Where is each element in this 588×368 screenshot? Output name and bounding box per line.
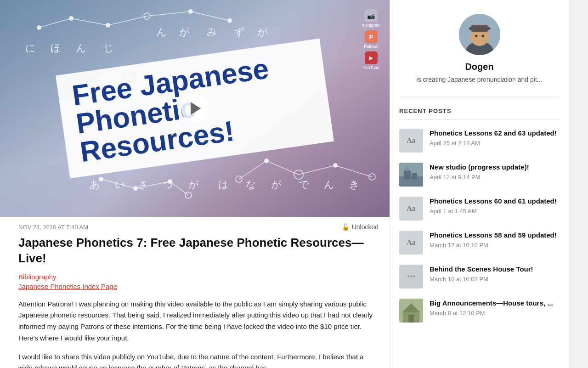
post-thumb-1: Aa [399,129,423,153]
recent-post-item-1[interactable]: Aa Phonetics Lessons 62 and 63 updated! … [399,129,560,153]
svg-rect-38 [404,171,411,179]
author-section: Dogen is creating Japanese pronunciation… [399,14,560,96]
jp-char-9: が [257,25,268,39]
jp-char-b4: つ [163,178,174,192]
jp-char-b8: が [271,178,282,192]
recent-post-date-1: April 25 at 2:18 AM [430,140,560,147]
post-thumb-4: Aa [399,231,423,255]
body-paragraph-2: I would like to share this video publicl… [18,351,379,368]
recent-post-title-3: Phonetics Lessons 60 and 61 updated! [430,197,560,206]
unlocked-label: Unlocked [352,223,379,231]
jp-char-b11: き [349,178,360,192]
recent-post-item-5[interactable]: ··· Behind the Scenes House Tour! March … [399,265,560,289]
jp-char-b2: い [115,178,125,192]
author-avatar [459,14,500,55]
recent-post-title-1: Phonetics Lessons 62 and 63 updated! [430,129,560,138]
jp-char-b1: あ [90,178,100,192]
recent-post-date-5: March 10 at 10:02 PM [430,276,560,283]
post-meta: NOV 24, 2016 AT 7:40 AM 🔓 Unlocked [0,217,390,231]
main-content: に ほ ん じ ん が み ず が fo Free JapanesePhonet… [0,0,390,368]
play-button[interactable] [181,95,209,122]
recent-post-date-2: April 12 at 9:14 PM [430,174,560,181]
recent-post-item-6[interactable]: Big Announcements—House tours, ... March… [399,299,560,323]
jp-char-4: じ [103,41,114,55]
jp-char-6: が [179,25,190,39]
post-title: Japanese Phonetics 7: Free Japanese Phon… [0,231,390,266]
lock-open-icon: 🔓 [342,223,350,231]
jp-char-2: ほ [51,41,61,55]
recent-post-title-5: Behind the Scenes House Tour! [430,265,560,274]
jp-char-5: ん [156,25,167,39]
author-name: Dogen [465,62,493,72]
avatar-svg [459,14,500,55]
jp-char-1: に [25,41,36,55]
social-icons: 📷 Instagram P Patreon ▶ YouTube [362,9,380,70]
post-links: Bibliography Japanese Phonetics Index Pa… [0,266,390,290]
youtube-icon[interactable]: ▶ YouTube [363,51,379,70]
recent-posts-title: RECENT POSTS [399,108,560,119]
post-thumb-2 [399,163,423,187]
svg-rect-44 [408,315,414,323]
recent-post-item-4[interactable]: Aa Phonetics Lessons 58 and 59 updated! … [399,231,560,255]
play-icon [191,102,201,115]
svg-rect-37 [399,176,423,187]
jp-char-b9: で [299,178,309,192]
svg-rect-39 [412,173,417,179]
jp-char-b7: な [246,178,256,192]
post-thumb-5: ··· [399,265,423,289]
recent-post-item-3[interactable]: Aa Phonetics Lessons 60 and 61 updated! … [399,197,560,221]
sidebar: Dogen is creating Japanese pronunciation… [390,0,569,368]
jp-char-b3: さ [138,178,148,192]
jp-char-b10: ん [324,178,334,192]
recent-posts-section: RECENT POSTS Aa Phonetics Lessons 62 and… [399,108,560,323]
recent-post-title-6: Big Announcements—House tours, ... [430,299,560,308]
recent-post-item-2[interactable]: New studio (progress update)! April 12 a… [399,163,560,187]
recent-post-title-2: New studio (progress update)! [430,163,560,172]
post-thumb-3: Aa [399,197,423,221]
recent-post-date-3: April 1 at 1:45 AM [430,208,560,215]
bibliography-link[interactable]: Bibliography [18,273,379,281]
author-description: is creating Japanese pronunciation and p… [417,76,543,83]
jp-char-7: み [207,25,217,39]
body-paragraph-1: Attention Patrons! I was planning on mak… [18,299,379,344]
post-thumb-6 [399,299,423,323]
instagram-icon[interactable]: 📷 Instagram [362,9,380,28]
video-container[interactable]: に ほ ん じ ん が み ず が fo Free JapanesePhonet… [0,0,390,217]
patreon-icon[interactable]: P Patreon [364,30,379,49]
svg-point-33 [469,26,491,31]
jp-char-3: ん [76,41,86,55]
svg-point-35 [481,35,484,37]
post-date: NOV 24, 2016 AT 7:40 AM [18,224,88,231]
index-page-link[interactable]: Japanese Phonetics Index Page [18,283,379,290]
recent-post-date-6: March 8 at 12:10 PM [430,310,560,317]
svg-point-34 [475,35,477,37]
jp-char-b6: は [218,178,229,192]
recent-post-title-4: Phonetics Lessons 58 and 59 updated! [430,231,560,240]
recent-post-date-4: March 12 at 10:10 PM [430,242,560,249]
unlocked-badge: 🔓 Unlocked [342,223,379,231]
jp-char-8: ず [234,25,245,39]
post-body: Attention Patrons! I was planning on mak… [0,290,390,368]
jp-char-b5: が [188,178,199,192]
